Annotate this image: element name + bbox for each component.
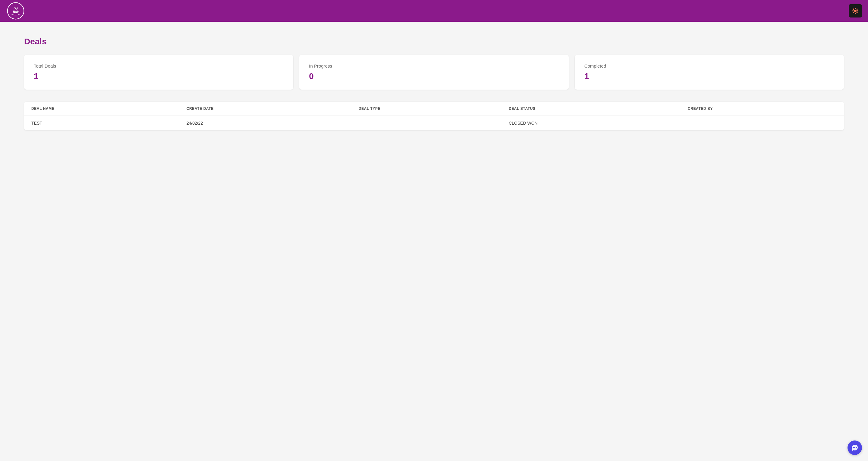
svg-point-14 xyxy=(856,447,857,448)
col-header-deal-status: DEAL STATUS xyxy=(501,102,681,116)
svg-point-11 xyxy=(857,8,858,10)
table-header-row: DEAL NAME CREATE DATE DEAL TYPE DEAL STA… xyxy=(24,102,844,116)
col-header-deal-type: DEAL TYPE xyxy=(351,102,501,116)
svg-point-12 xyxy=(854,447,855,448)
cell-deal-type xyxy=(351,116,501,131)
svg-point-13 xyxy=(852,447,854,448)
col-header-created-by: CREATED BY xyxy=(681,102,844,116)
col-header-deal-name: DEAL NAME xyxy=(24,102,179,116)
svg-point-10 xyxy=(853,12,854,13)
stat-value-completed: 1 xyxy=(584,71,834,81)
svg-point-3 xyxy=(854,10,857,12)
svg-point-4 xyxy=(855,8,856,9)
stat-label-in-progress: In Progress xyxy=(309,63,559,68)
svg-point-9 xyxy=(857,12,858,13)
deals-table-container: DEAL NAME CREATE DATE DEAL TYPE DEAL STA… xyxy=(24,102,844,130)
svg-text:Hub: Hub xyxy=(12,10,19,13)
main-content: Deals Total Deals 1 In Progress 0 Comple… xyxy=(0,22,868,461)
logo: Digi Hub xyxy=(6,1,25,21)
col-header-create-date: CREATE DATE xyxy=(179,102,351,116)
svg-point-6 xyxy=(852,10,854,11)
svg-text:Digi: Digi xyxy=(13,7,18,10)
cell-created-by xyxy=(681,116,844,131)
stat-value-total-deals: 1 xyxy=(34,71,284,81)
header: Digi Hub xyxy=(0,0,868,22)
svg-point-8 xyxy=(853,8,854,10)
table-row: TEST 24/02/22 CLOSED WON xyxy=(24,116,844,131)
stat-value-in-progress: 0 xyxy=(309,71,559,81)
hubspot-button[interactable] xyxy=(849,4,862,18)
stat-card-in-progress: In Progress 0 xyxy=(299,55,568,90)
svg-point-7 xyxy=(857,10,858,11)
chat-button[interactable] xyxy=(847,440,862,455)
stat-label-total-deals: Total Deals xyxy=(34,63,284,68)
svg-point-5 xyxy=(855,13,856,14)
deals-table: DEAL NAME CREATE DATE DEAL TYPE DEAL STA… xyxy=(24,102,844,130)
cell-deal-name: TEST xyxy=(24,116,179,131)
page-title: Deals xyxy=(24,37,844,47)
stat-card-completed: Completed 1 xyxy=(575,55,844,90)
cell-create-date: 24/02/22 xyxy=(179,116,351,131)
cell-deal-status: CLOSED WON xyxy=(501,116,681,131)
stats-row: Total Deals 1 In Progress 0 Completed 1 xyxy=(24,55,844,90)
stat-label-completed: Completed xyxy=(584,63,834,68)
stat-card-total-deals: Total Deals 1 xyxy=(24,55,293,90)
